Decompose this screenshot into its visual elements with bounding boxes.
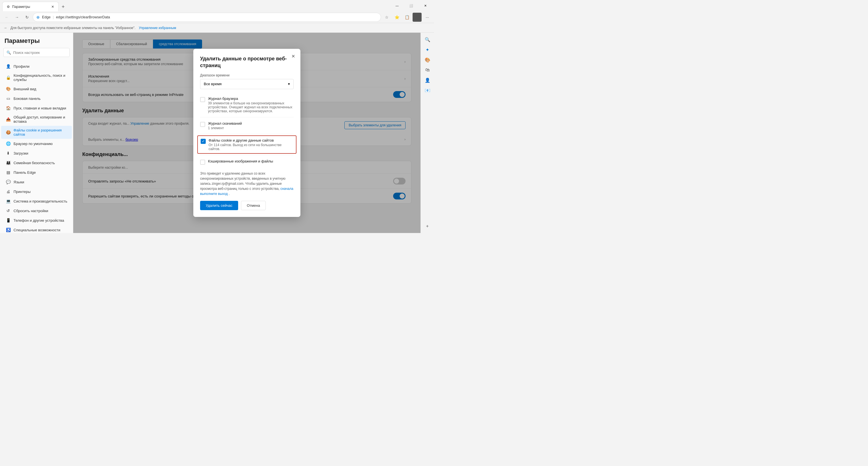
sidebar-label-family: Семейная безопасность: [13, 161, 55, 165]
sidebar-label-accessibility: Специальные возможности: [13, 228, 60, 232]
newtab-icon: 🏠: [6, 106, 11, 111]
sidebar-label-default: Браузер по умолчанию: [13, 142, 53, 146]
sidebar-item-languages[interactable]: 💬 Языки: [1, 177, 72, 187]
minimize-button[interactable]: —: [391, 1, 404, 10]
settings-content: Основные Сбалансированный средства отсле…: [73, 33, 421, 233]
sync-notice: Это приведет к удалению данных со всех с…: [200, 171, 293, 196]
search-input[interactable]: [13, 51, 66, 55]
sidebar-label-newtab: Пуск, главная и новые вкладки: [13, 106, 66, 110]
right-search-icon[interactable]: 🔍: [423, 35, 432, 44]
dropdown-arrow-icon: ▾: [288, 82, 290, 86]
tab-close-button[interactable]: ✕: [51, 4, 55, 9]
address-url: edge://settings/clearBrowserData: [56, 15, 110, 19]
favorites-button[interactable]: ⭐: [392, 13, 401, 22]
sidebar-label-sidebar: Боковая панель: [13, 96, 40, 101]
manage-favorites-link[interactable]: Управление избранным: [139, 26, 176, 30]
right-palette-icon[interactable]: 🎨: [423, 55, 432, 64]
sidebar-item-phone[interactable]: 📱 Телефон и другие устройства: [1, 215, 72, 225]
sidebar-item-newtab[interactable]: 🏠 Пуск, главная и новые вкладки: [1, 103, 72, 113]
delete-now-button[interactable]: Удалить сейчас: [200, 201, 238, 210]
sidebar-item-appearance[interactable]: 🎨 Внешний вид: [1, 84, 72, 94]
sidebar-item-edgebar[interactable]: ▤ Панель Edge: [1, 168, 72, 177]
address-bar[interactable]: ⊕ Edge | edge://settings/clearBrowserDat…: [33, 13, 381, 22]
titlebar: ⚙ Параметры ✕ + — ⬜ ✕: [0, 0, 434, 11]
sidebar-item-accessibility[interactable]: ♿ Специальные возможности: [1, 225, 72, 233]
close-button[interactable]: ✕: [419, 1, 432, 10]
profile-button[interactable]: [412, 13, 422, 22]
cookies-title: Файлы cookie и другие данные сайтов: [209, 138, 293, 142]
default-icon: 🌐: [6, 141, 11, 146]
sidebar-title: Параметры: [0, 37, 73, 48]
cancel-button[interactable]: Отмена: [241, 201, 266, 210]
right-copilot-icon[interactable]: ✦: [423, 45, 432, 54]
nav-actions: ☆ ⭐ 📋 ···: [382, 13, 432, 22]
modal-title: Удалить данные о просмотре веб-страниц: [200, 56, 293, 69]
family-icon: 👨‍👩‍👧: [6, 160, 11, 165]
appearance-icon: 🎨: [6, 86, 11, 91]
active-tab[interactable]: ⚙ Параметры ✕: [2, 2, 59, 11]
settings-sidebar: Параметры 🔍 👤 Профили 🔒 Конфиденциальнос…: [0, 33, 73, 233]
forward-button[interactable]: →: [12, 13, 22, 22]
tab-bar: ⚙ Параметры ✕ +: [2, 0, 389, 11]
sidebar-label-reset: Сбросить настройки: [13, 209, 48, 213]
refresh-button[interactable]: ↻: [23, 13, 32, 22]
address-separator: |: [53, 15, 54, 19]
address-brand: Edge: [42, 15, 51, 19]
search-box[interactable]: 🔍: [3, 48, 70, 57]
sidebar-label-appearance: Внешний вид: [13, 87, 36, 91]
sidebar-item-cookies[interactable]: 🍪 Файлы cookie и разрешения сайтов: [1, 126, 72, 139]
sidebar-nav: 👤 Профили 🔒 Конфиденциальность, поиск и …: [0, 61, 73, 233]
sidebar-item-family[interactable]: 👨‍👩‍👧 Семейная безопасность: [1, 158, 72, 168]
history-title: Журнал браузера: [208, 96, 293, 101]
time-range-select[interactable]: Все время ▾: [200, 79, 293, 89]
accessibility-icon: ♿: [6, 227, 11, 232]
edgebar-icon: ▤: [6, 170, 11, 175]
right-user-icon[interactable]: 👤: [423, 76, 432, 85]
main-layout: Параметры 🔍 👤 Профили 🔒 Конфиденциальнос…: [0, 33, 434, 233]
right-sidebar: 🔍 ✦ 🎨 🛍 👤 📧 +: [421, 33, 434, 233]
more-button[interactable]: ···: [423, 13, 432, 22]
history-checkbox[interactable]: [200, 97, 205, 102]
sidebar-item-sharing[interactable]: 📤 Общий доступ, копирование и вставка: [1, 113, 72, 126]
sidebar-item-profiles[interactable]: 👤 Профили: [1, 61, 72, 71]
collections-button[interactable]: 📋: [402, 13, 411, 22]
cookies-checkbox[interactable]: ✓: [200, 139, 206, 144]
right-shopping-icon[interactable]: 🛍: [423, 65, 432, 75]
cache-checkbox[interactable]: [200, 159, 205, 165]
sidebar-item-system[interactable]: 💻 Система и производительность: [1, 196, 72, 206]
sidebar-item-sidebar[interactable]: ▭ Боковая панель: [1, 94, 72, 103]
right-outlook-icon[interactable]: 📧: [423, 86, 432, 95]
sidebar-label-system: Система и производительность: [13, 199, 67, 203]
checkbox-history: Журнал браузера 39 элементов и больше на…: [200, 94, 293, 116]
sidebar-label-cookies: Файлы cookie и разрешения сайтов: [13, 128, 67, 137]
sidebar-item-privacy[interactable]: 🔒 Конфиденциальность, поиск и службы: [1, 71, 72, 84]
favbar-text: Для быстрого доступа поместите избранные…: [10, 26, 135, 30]
sidebar-item-reset[interactable]: ↺ Сбросить настройки: [1, 206, 72, 215]
sidebar-item-downloads[interactable]: ⬇ Загрузки: [1, 148, 72, 158]
back-button[interactable]: ←: [2, 13, 11, 22]
cache-title: Кэшированные изображения и файлы: [208, 159, 273, 163]
time-range-label: Диапазон времени: [200, 74, 293, 77]
sidebar-item-printers[interactable]: 🖨 Принтеры: [1, 187, 72, 196]
clear-data-modal: Удалить данные о просмотре веб-страниц ✕…: [193, 49, 301, 217]
sidebar-icon: ▭: [6, 96, 11, 101]
sidebar-label-edgebar: Панель Edge: [13, 170, 36, 175]
reset-icon: ↺: [6, 208, 11, 213]
modal-close-button[interactable]: ✕: [289, 52, 297, 60]
downloads-checkbox[interactable]: [200, 122, 205, 127]
time-range-value: Все время: [204, 82, 221, 86]
languages-icon: 💬: [6, 179, 11, 184]
right-add-icon[interactable]: +: [423, 222, 432, 231]
sidebar-item-default[interactable]: 🌐 Браузер по умолчанию: [1, 139, 72, 148]
sidebar-label-printers: Принтеры: [13, 190, 31, 194]
new-tab-button[interactable]: +: [59, 2, 68, 11]
sidebar-label-profiles: Профили: [13, 64, 30, 68]
star-button[interactable]: ☆: [382, 13, 391, 22]
privacy-icon: 🔒: [6, 75, 11, 80]
downloads-desc: 1 элемент: [208, 126, 242, 130]
divider-2: [200, 134, 293, 134]
maximize-button[interactable]: ⬜: [405, 1, 417, 10]
checkbox-downloads: Журнал скачиваний 1 элемент: [200, 118, 293, 133]
sidebar-label-sharing: Общий доступ, копирование и вставка: [13, 115, 67, 123]
printers-icon: 🖨: [6, 189, 11, 194]
